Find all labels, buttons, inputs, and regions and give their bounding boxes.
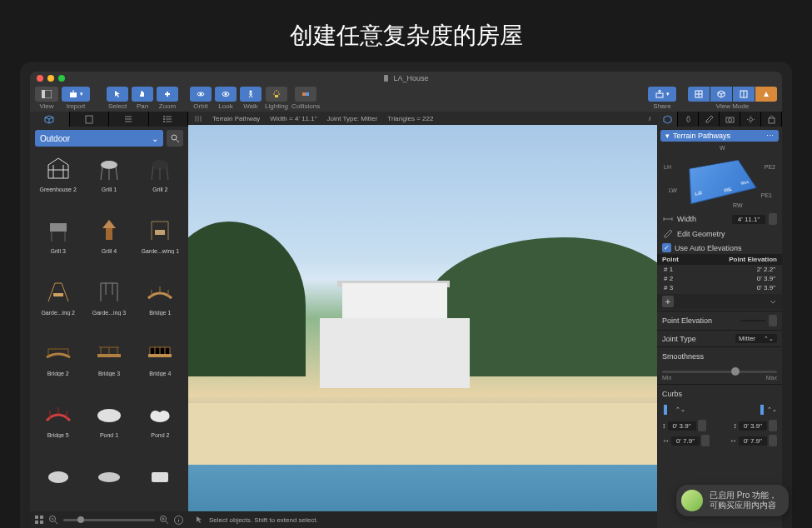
auto-elevations-checkbox[interactable]: ✓ [662,243,671,252]
lib-item-grill4[interactable]: Grill 4 [84,212,133,271]
lib-item-more3[interactable] [136,457,185,511]
lib-item-grill2[interactable]: Grill 2 [136,150,185,210]
stepper[interactable] [698,420,706,431]
pro-badge[interactable]: 已启用 Pro 功能， 可购买应用内内容 [676,485,789,516]
grip-icon[interactable] [195,115,202,122]
lib-item-pond1[interactable]: Pond 1 [84,396,133,456]
stepper[interactable] [701,435,710,446]
lib-item-more1[interactable] [33,457,82,511]
select-button[interactable] [107,87,128,102]
zoom-in-icon[interactable] [160,516,169,525]
info-icon-i[interactable]: i [649,115,650,122]
curb-lw-input[interactable]: 0' 7.9" [671,436,700,446]
tab-material[interactable] [678,112,699,127]
view-mode-2d-button[interactable] [688,87,710,102]
lib-label: Pond 2 [151,432,169,438]
pe-stepper[interactable] [769,315,777,326]
diagram-le: LE [695,190,702,197]
maximize-icon[interactable] [58,75,65,82]
grid-icon[interactable] [35,516,44,525]
tab-object[interactable] [657,112,678,127]
app-window: LA_House View ▾ Import Select Pan Zoom O… [30,72,782,528]
lib-label: Pond 1 [100,432,118,438]
collisions-button[interactable] [295,87,316,102]
search-icon [171,134,180,143]
curb-rh-input[interactable]: 0' 3.9" [739,421,767,431]
section-header[interactable]: ▾ Terrain Pathways ⋯ [660,130,779,142]
minimize-icon[interactable] [47,75,54,82]
width-icon [662,213,674,225]
svg-point-40 [728,118,731,122]
lib-item-swing3[interactable]: Garde...ing 3 [84,273,133,333]
lib-label: Bridge 5 [47,432,69,438]
lib-item-bridge2[interactable]: Bridge 2 [33,334,82,394]
stepper[interactable] [769,435,777,446]
plan-icon [695,90,703,98]
walk-button[interactable] [240,87,262,102]
library-sidebar: Outdoor⌄ Greenhouse 2 Grill 1 Grill 2 Gr… [30,112,188,528]
lib-item-swing1[interactable]: Garde...wing 1 [136,212,185,271]
lib-item-pond2[interactable]: Pond 2 [136,396,185,456]
look-button[interactable] [215,87,237,102]
width-value[interactable]: 4' 11.1" [732,215,765,224]
lighting-button[interactable] [266,87,287,102]
category-select[interactable]: Outdoor⌄ [35,130,163,147]
zoom-out-icon[interactable] [49,516,58,525]
lib-item-grill1[interactable]: Grill 1 [84,150,133,210]
view-mode-split-button[interactable] [733,87,755,102]
lib-item-bridge4[interactable]: Bridge 4 [136,334,185,394]
curb-rw-input[interactable]: 0' 7.9" [739,436,767,446]
pan-button[interactable] [132,87,153,102]
tab-camera[interactable] [720,112,740,127]
lib-item-bridge5[interactable]: Bridge 5 [33,396,82,456]
lib-item-greenhouse[interactable]: Greenhouse 2 [33,150,82,210]
table-row[interactable]: # 20' 3.9" [657,274,782,283]
zoom-button[interactable] [157,87,178,102]
3d-scene[interactable] [188,125,657,511]
lib-item-swing2[interactable]: Garde...ing 2 [33,273,82,333]
curb-l-stepper[interactable]: ⌃⌄ [675,406,685,413]
tab-edit[interactable] [699,112,720,127]
add-point-button[interactable]: + [662,296,674,307]
view-sidebar-button[interactable] [35,87,58,102]
diagram-rw: RW [733,202,743,208]
diagram-lw: LW [669,187,677,193]
tab-list[interactable] [149,112,189,127]
width-stepper[interactable] [769,213,777,225]
smoothness-label: Smoothness [657,349,782,364]
point-elevation-value[interactable] [740,320,765,321]
stepper[interactable] [769,420,777,431]
search-button[interactable] [167,130,183,147]
lib-item-more2[interactable] [84,457,133,511]
info-icon[interactable] [174,516,183,525]
tab-light[interactable] [740,112,761,127]
table-row[interactable]: # 30' 3.9" [657,283,782,292]
lib-item-grill3[interactable]: Grill 3 [33,212,82,271]
pro-badge-icon [681,490,703,511]
svg-rect-31 [152,472,168,482]
expand-icon[interactable] [769,297,777,306]
tab-materials[interactable] [70,112,110,127]
tab-building[interactable] [761,112,782,127]
chevron-icon: ⌃⌄ [764,336,774,342]
curb-lh-input[interactable]: 0' 3.9" [668,421,696,431]
smoothness-slider[interactable] [662,371,777,373]
close-icon[interactable] [37,75,43,82]
th-point: Point [662,256,720,263]
edit-geometry-row[interactable]: Edit Geometry [657,227,782,242]
view-mode-elevation-button[interactable] [755,87,777,102]
joint-type-select[interactable]: Mitter⌃⌄ [735,334,777,343]
zoom-bar [30,511,188,528]
curb-r-stepper[interactable]: ⌃⌄ [767,406,777,413]
zoom-slider[interactable] [63,519,155,521]
share-button[interactable]: ▾ [648,87,676,102]
orbit-button[interactable] [190,87,212,102]
curb-h-row: ↕0' 3.9" ↕0' 3.9" [657,418,782,433]
import-button[interactable]: ▾ [62,87,90,102]
tab-furniture[interactable] [30,112,70,127]
view-mode-3d-button[interactable] [710,87,732,102]
table-row[interactable]: # 12' 2.2" [657,265,782,274]
lib-item-bridge3[interactable]: Bridge 3 [84,334,133,394]
tab-tree[interactable] [109,112,149,127]
lib-item-bridge1[interactable]: Bridge 1 [136,273,185,333]
